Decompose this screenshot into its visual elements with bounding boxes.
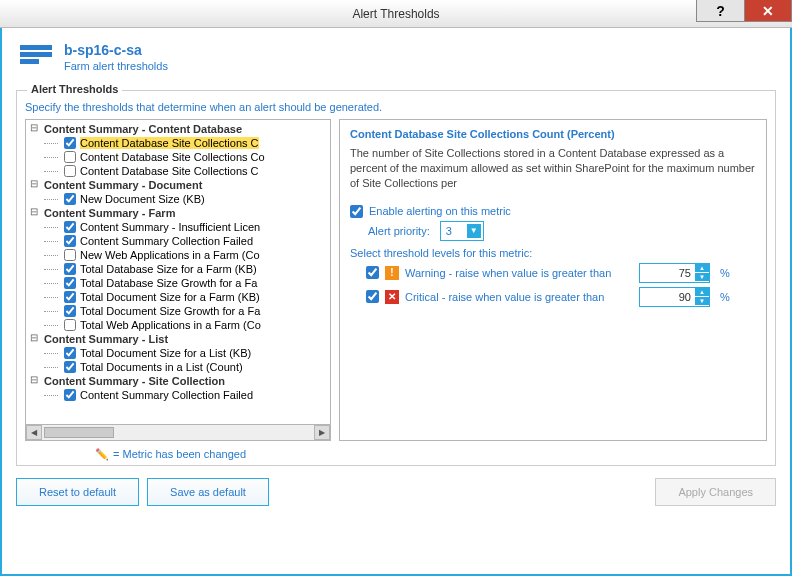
tree-group[interactable]: Content Summary - List (30, 332, 330, 346)
window-controls: ? ✕ (696, 0, 792, 27)
tree-item-checkbox[interactable] (64, 221, 76, 233)
enable-alerting-checkbox[interactable] (350, 205, 363, 218)
tree-item-checkbox[interactable] (64, 319, 76, 331)
window-title: Alert Thresholds (352, 7, 439, 21)
tree-item-checkbox[interactable] (64, 291, 76, 303)
warning-spin-down[interactable]: ▼ (695, 273, 709, 282)
tree-item[interactable]: Content Summary - Insufficient Licen (30, 220, 330, 234)
reset-to-default-button[interactable]: Reset to default (16, 478, 139, 506)
warning-value: 75 (640, 267, 695, 279)
tree-item-label: Total Database Size for a Farm (KB) (80, 263, 257, 275)
detail-description: The number of Site Collections stored in… (350, 146, 756, 191)
tree-item-checkbox[interactable] (64, 277, 76, 289)
warning-value-input[interactable]: 75 ▲ ▼ (639, 263, 710, 283)
tree-item-label: Total Database Size Growth for a Fa (80, 277, 257, 289)
critical-icon: ✕ (385, 290, 399, 304)
tree-item[interactable]: New Document Size (KB) (30, 192, 330, 206)
tree-item[interactable]: Total Document Size for a Farm (KB) (30, 290, 330, 304)
critical-spin-up[interactable]: ▲ (695, 288, 709, 297)
tree-item[interactable]: Content Database Site Collections C (30, 164, 330, 178)
tree-item-label: Total Web Applications in a Farm (Co (80, 319, 261, 331)
scroll-left-button[interactable]: ◀ (26, 425, 42, 440)
tree-item[interactable]: Total Document Size Growth for a Fa (30, 304, 330, 318)
warning-checkbox[interactable] (366, 266, 379, 279)
tree-item[interactable]: Content Summary Collection Failed (30, 234, 330, 248)
button-row: Reset to default Save as default Apply C… (2, 466, 790, 518)
tree-item-label: New Document Size (KB) (80, 193, 205, 205)
warning-label: Warning - raise when value is greater th… (405, 267, 633, 279)
tree-item[interactable]: Content Database Site Collections C (30, 136, 330, 150)
tree-item[interactable]: Content Summary Collection Failed (30, 388, 330, 402)
tree-item-checkbox[interactable] (64, 347, 76, 359)
close-button[interactable]: ✕ (744, 0, 792, 22)
priority-select[interactable]: 3 ▼ (440, 221, 484, 241)
tree-item[interactable]: Total Database Size Growth for a Fa (30, 276, 330, 290)
priority-value: 3 (446, 225, 452, 237)
tree-item[interactable]: Total Database Size for a Farm (KB) (30, 262, 330, 276)
tree-item-checkbox[interactable] (64, 263, 76, 275)
tree-item[interactable]: Total Documents in a List (Count) (30, 360, 330, 374)
tree-item-label: Content Database Site Collections Co (80, 151, 265, 163)
metric-changed-legend: ✏️ = Metric has been changed (25, 447, 767, 461)
tree-item-label: Total Document Size for a List (KB) (80, 347, 251, 359)
tree-item-checkbox[interactable] (64, 235, 76, 247)
legend-note-text: = Metric has been changed (113, 448, 246, 460)
tree-item-label: Content Summary - Insufficient Licen (80, 221, 260, 233)
tree-group[interactable]: Content Summary - Content Database (30, 122, 330, 136)
group-note: Specify the thresholds that determine wh… (25, 101, 767, 113)
scroll-thumb[interactable] (44, 427, 114, 438)
metric-tree[interactable]: Content Summary - Content DatabaseConten… (25, 119, 331, 441)
tree-item-checkbox[interactable] (64, 305, 76, 317)
window-body: b-sp16-c-sa Farm alert thresholds Alert … (0, 28, 792, 576)
tree-item-checkbox[interactable] (64, 361, 76, 373)
apply-changes-button[interactable]: Apply Changes (655, 478, 776, 506)
critical-checkbox[interactable] (366, 290, 379, 303)
tree-item-label: Content Summary Collection Failed (80, 389, 253, 401)
warning-unit: % (720, 267, 730, 279)
warning-threshold-row: ! Warning - raise when value is greater … (366, 263, 756, 283)
tree-item-checkbox[interactable] (64, 193, 76, 205)
tree-item-label: Total Documents in a List (Count) (80, 361, 243, 373)
enable-alerting-row: Enable alerting on this metric (350, 205, 756, 218)
tree-item-checkbox[interactable] (64, 389, 76, 401)
titlebar: Alert Thresholds ? ✕ (0, 0, 792, 28)
scroll-right-button[interactable]: ▶ (314, 425, 330, 440)
tree-item-checkbox[interactable] (64, 151, 76, 163)
tree-group[interactable]: Content Summary - Document (30, 178, 330, 192)
critical-value-input[interactable]: 90 ▲ ▼ (639, 287, 710, 307)
header-title: b-sp16-c-sa (64, 42, 168, 58)
alert-thresholds-group: Alert Thresholds Specify the thresholds … (16, 90, 776, 466)
tree-item[interactable]: Total Web Applications in a Farm (Co (30, 318, 330, 332)
tree-hscrollbar[interactable]: ◀ ▶ (26, 424, 330, 440)
chevron-down-icon: ▼ (467, 224, 481, 238)
tree-item-label: Total Document Size Growth for a Fa (80, 305, 260, 317)
tree-item-label: Content Database Site Collections C (80, 165, 259, 177)
tree-item-label: Content Summary Collection Failed (80, 235, 253, 247)
detail-title: Content Database Site Collections Count … (350, 128, 756, 140)
tree-item-label: New Web Applications in a Farm (Co (80, 249, 260, 261)
tree-group[interactable]: Content Summary - Site Collection (30, 374, 330, 388)
tree-item[interactable]: Content Database Site Collections Co (30, 150, 330, 164)
warning-spin-up[interactable]: ▲ (695, 264, 709, 273)
server-icon (20, 42, 52, 64)
critical-spin-down[interactable]: ▼ (695, 297, 709, 306)
tree-item[interactable]: New Web Applications in a Farm (Co (30, 248, 330, 262)
pencil-icon: ✏️ (95, 447, 109, 461)
tree-item-checkbox[interactable] (64, 249, 76, 261)
scroll-track[interactable] (42, 425, 314, 440)
critical-value: 90 (640, 291, 695, 303)
critical-threshold-row: ✕ Critical - raise when value is greater… (366, 287, 756, 307)
tree-item-checkbox[interactable] (64, 165, 76, 177)
help-button[interactable]: ? (696, 0, 744, 22)
header: b-sp16-c-sa Farm alert thresholds (2, 28, 790, 82)
tree-item-label: Content Database Site Collections C (80, 137, 259, 149)
tree-group[interactable]: Content Summary - Farm (30, 206, 330, 220)
group-legend: Alert Thresholds (27, 83, 122, 95)
tree-item[interactable]: Total Document Size for a List (KB) (30, 346, 330, 360)
priority-label: Alert priority: (368, 225, 430, 237)
header-subtitle: Farm alert thresholds (64, 60, 168, 72)
metric-detail: Content Database Site Collections Count … (339, 119, 767, 441)
critical-label: Critical - raise when value is greater t… (405, 291, 633, 303)
save-as-default-button[interactable]: Save as default (147, 478, 269, 506)
tree-item-checkbox[interactable] (64, 137, 76, 149)
